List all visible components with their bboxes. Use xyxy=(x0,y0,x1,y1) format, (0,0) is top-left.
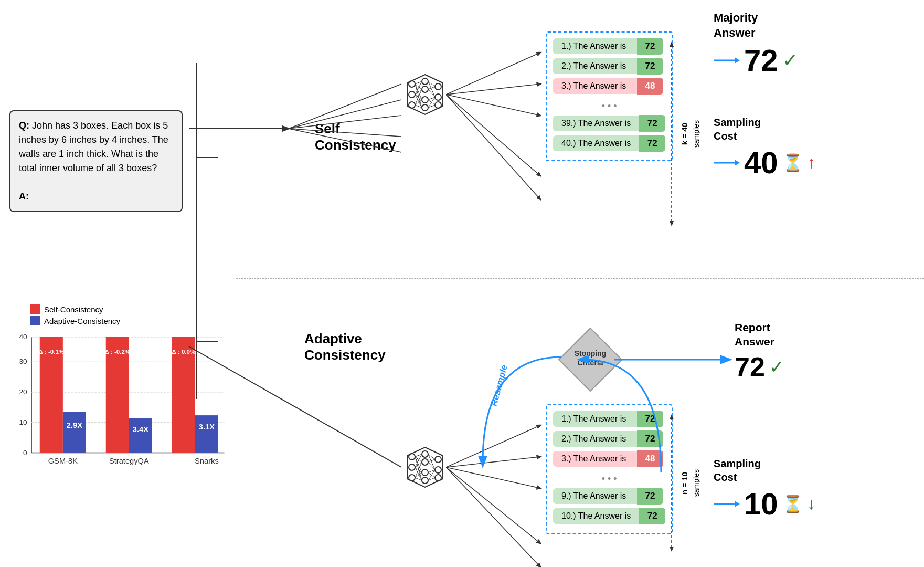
a-label: A: xyxy=(19,191,29,202)
main-branch-connector xyxy=(176,58,218,425)
svg-point-26 xyxy=(422,97,428,103)
svg-text:0: 0 xyxy=(23,449,27,457)
answer-value-b10: 72 xyxy=(639,508,665,524)
sampling-top-value: 40 xyxy=(744,145,778,180)
report-answer-value-row: 72 ✓ xyxy=(735,351,784,383)
svg-point-25 xyxy=(422,86,428,92)
k40-bracket: k = 40 samples xyxy=(666,37,700,231)
svg-point-24 xyxy=(422,78,428,85)
question-box: Q: John has 3 boxes. Each box is 5 inche… xyxy=(9,110,183,212)
svg-text:2.9X: 2.9X xyxy=(67,421,82,429)
arrow-up-icon: ↑ xyxy=(808,153,816,172)
answer-row-3: 3.) The Answer is 48 xyxy=(553,78,665,94)
k40-samples: samples xyxy=(692,120,700,148)
self-consistency-color-box xyxy=(30,304,40,314)
svg-text:Resample: Resample xyxy=(489,364,509,407)
majority-checkmark: ✓ xyxy=(782,49,798,71)
sampling-cost-top-value-row: 40 ⏳ ↑ xyxy=(714,145,816,180)
majority-answer-section: Majority Answer 72 ✓ xyxy=(714,10,798,78)
svg-line-53 xyxy=(289,100,401,129)
blue-arrow-sampling-bottom xyxy=(714,498,740,510)
svg-text:StrategyQA: StrategyQA xyxy=(109,457,149,466)
section-divider xyxy=(236,278,924,279)
svg-line-103 xyxy=(446,467,540,543)
answer-value-1: 72 xyxy=(637,38,663,55)
svg-text:3.4X: 3.4X xyxy=(133,425,148,434)
svg-point-75 xyxy=(422,477,428,484)
svg-text:40: 40 xyxy=(19,333,27,341)
answer-label-40: 40.) The Answer is xyxy=(553,135,639,151)
answer-value-39: 72 xyxy=(639,115,665,132)
svg-text:Δ : -0.2%: Δ : -0.2% xyxy=(104,349,130,355)
report-checkmark: ✓ xyxy=(769,356,784,377)
sampling-cost-top: Sampling Cost 40 ⏳ ↑ xyxy=(714,116,816,180)
svg-text:10: 10 xyxy=(19,418,27,426)
answer-label-39: 39.) The Answer is xyxy=(553,116,639,131)
k40-label: k = 40 xyxy=(680,123,689,145)
answer-value-40: 72 xyxy=(639,135,665,152)
dashed-box-top: 1.) The Answer is 72 2.) The Answer is 7… xyxy=(546,32,673,161)
report-value: 72 xyxy=(735,351,765,383)
svg-line-93 xyxy=(428,462,435,470)
answer-value-3: 48 xyxy=(637,78,663,94)
answer-label-3: 3.) The Answer is xyxy=(553,78,637,94)
dots-top: • • • xyxy=(553,98,665,115)
bar-gsm8k-adaptive xyxy=(63,412,86,453)
answer-label-b10: 10.) The Answer is xyxy=(553,508,639,524)
blue-arrow-majority xyxy=(714,54,740,67)
svg-line-59 xyxy=(446,94,540,116)
adaptive-consistency-legend-label: Adaptive-Consistency xyxy=(44,317,120,326)
svg-marker-68 xyxy=(735,160,740,166)
svg-text:30: 30 xyxy=(19,358,27,365)
answer-row-b9: 9.) The Answer is 72 xyxy=(553,488,665,505)
nn-to-answers-top xyxy=(446,26,551,210)
answer-value-2: 72 xyxy=(637,58,663,75)
svg-line-104 xyxy=(446,467,540,567)
svg-line-60 xyxy=(446,94,540,176)
svg-line-61 xyxy=(446,94,540,200)
svg-line-58 xyxy=(446,84,540,94)
svg-text:20: 20 xyxy=(19,388,27,396)
self-consistency-legend-label: Self-Consistency xyxy=(44,305,103,314)
answer-rows-top-box: 1.) The Answer is 72 2.) The Answer is 7… xyxy=(546,32,673,161)
blue-flow-arrows xyxy=(546,326,735,483)
sampling-cost-bottom-label: Sampling Cost xyxy=(714,457,816,484)
hourglass-bottom: ⏳ xyxy=(782,494,803,514)
answer-row-40: 40.) The Answer is 72 xyxy=(553,135,665,152)
answer-value-b9: 72 xyxy=(637,488,663,505)
svg-point-28 xyxy=(435,83,441,90)
svg-marker-63 xyxy=(670,41,674,47)
answer-row-2: 2.) The Answer is 72 xyxy=(553,58,665,75)
svg-point-22 xyxy=(409,91,415,98)
svg-point-76 xyxy=(435,456,441,463)
report-answer-section: Report Answer 72 ✓ xyxy=(735,320,784,383)
bar-strategy-adaptive xyxy=(129,418,152,453)
svg-point-77 xyxy=(435,467,441,473)
majority-answer-title: Majority Answer xyxy=(714,10,798,40)
svg-point-70 xyxy=(409,464,415,470)
sampling-cost-bottom: Sampling Cost 10 ⏳ ↓ xyxy=(714,457,816,521)
svg-text:GSM-8K: GSM-8K xyxy=(48,457,78,466)
svg-point-27 xyxy=(422,104,428,111)
sampling-cost-bottom-value-row: 10 ⏳ ↓ xyxy=(714,486,816,521)
svg-point-74 xyxy=(422,469,428,476)
svg-point-72 xyxy=(422,451,428,457)
answer-label-2: 2.) The Answer is xyxy=(553,58,637,74)
svg-marker-114 xyxy=(735,501,740,507)
majority-answer-value-row: 72 ✓ xyxy=(714,43,798,78)
report-answer-label: Report Answer xyxy=(735,320,784,349)
answer-row-39: 39.) The Answer is 72 xyxy=(553,115,665,132)
svg-line-57 xyxy=(446,52,540,94)
svg-line-45 xyxy=(428,89,435,97)
hourglass-top: ⏳ xyxy=(782,153,803,173)
answer-label-b9: 9.) The Answer is xyxy=(553,488,637,504)
svg-point-73 xyxy=(422,459,428,465)
nn-icon-top xyxy=(404,74,446,116)
svg-marker-66 xyxy=(735,57,740,64)
adaptive-consistency-color-box xyxy=(30,316,40,326)
majority-value: 72 xyxy=(744,43,778,78)
q-label: Q: xyxy=(19,120,29,131)
q-text: John has 3 boxes. Each box is 5 inches b… xyxy=(19,120,168,173)
answer-row-b10: 10.) The Answer is 72 xyxy=(553,508,665,524)
answer-row-1: 1.) The Answer is 72 xyxy=(553,38,665,55)
